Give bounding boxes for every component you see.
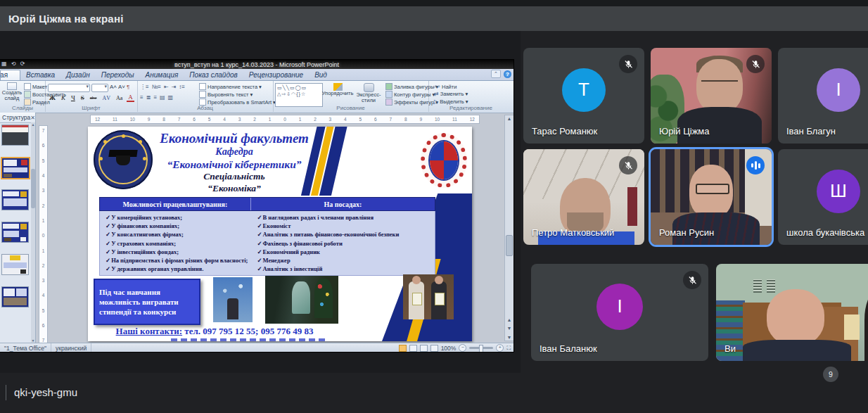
ribbon-tab-2[interactable]: Вставка (20, 70, 60, 80)
font-button-8[interactable]: А (127, 94, 134, 102)
contacts-numbers: тел. 097 795 12 55; 095 776 49 83 (182, 326, 313, 336)
align-text-button[interactable]: Выровнять текст▾ (199, 91, 253, 98)
info-box-line-1: Під час навчання (95, 287, 199, 297)
participant-name: школа букачівська (786, 227, 864, 238)
ribbon-tab-3[interactable]: Дизайн (60, 70, 96, 80)
ribbon-tab-row: ГлавнаяВставкаДизайнПереходыАнимацияПока… (0, 69, 513, 81)
font-button-6[interactable]: АV (101, 95, 112, 101)
video-feed (716, 264, 868, 361)
participant-tile[interactable]: Ви (716, 264, 868, 361)
avatar: Ш (817, 170, 860, 213)
replace-button[interactable]: ⇄Заменить▾ (434, 91, 468, 97)
slide-thumbnail-6[interactable] (1, 286, 29, 307)
slide-scroll-thumb[interactable] (506, 235, 513, 256)
slide-thumbnail-3[interactable] (1, 189, 29, 210)
quick-styles-button[interactable]: Экспресс-стили (353, 83, 384, 104)
slide-scrollbar[interactable]: ▲ ▲ ▼ ▼ (504, 115, 513, 341)
ribbon-tab-1[interactable]: Главная (0, 70, 20, 80)
pane-scrollbar[interactable]: ▲ ▼ (31, 122, 35, 343)
zoom-in-icon[interactable]: + (496, 344, 504, 352)
mic-off-icon (746, 55, 765, 73)
zoom-slider[interactable] (469, 347, 493, 349)
ribbon-tab-8[interactable]: Вид (309, 70, 333, 80)
participant-name: Роман Русин (659, 227, 714, 238)
text-direction-button[interactable]: Направление текста▾ (199, 83, 262, 90)
participant-tile[interactable]: Роман Русин (651, 149, 772, 245)
ribbon-tab-4[interactable]: Переходы (96, 70, 140, 80)
ribbon-tab-5[interactable]: Анимация (140, 70, 184, 80)
participant-tile[interactable]: IІван Баланюк (531, 264, 708, 361)
participant-tile[interactable]: Юрій Ціжма (651, 48, 772, 144)
slide-thumbnail-2[interactable] (1, 157, 30, 179)
select-button[interactable]: ▷Выделить▾ (434, 99, 468, 105)
pane-scroll-thumb[interactable] (31, 169, 35, 208)
shapes-gallery[interactable]: ▭╲╲▭◯▭△⇨⇩◠{}☆ (275, 83, 323, 107)
slide-thumbnail-1[interactable] (1, 125, 29, 146)
slideshow-icon[interactable] (430, 345, 438, 352)
help-icon[interactable]: ? (504, 70, 511, 78)
collapse-ribbon-icon[interactable]: ⌃ (491, 70, 501, 78)
info-box-line-3: стипендії та конкурси (95, 307, 199, 317)
font-button-4[interactable]: S (79, 94, 86, 101)
slide-sorter-icon[interactable] (409, 345, 417, 352)
slide-thumbnail-5[interactable] (1, 254, 29, 275)
photo-award (265, 276, 338, 324)
horizontal-ruler: 1211109876543210123456789101112 (90, 115, 480, 124)
font-button-1[interactable]: Ж (48, 94, 57, 101)
arrange-button[interactable]: Упорядочить (322, 83, 353, 96)
info-box-line-2: можливість вигравати (95, 297, 199, 307)
font-family-combo[interactable] (48, 84, 90, 92)
code-separator (6, 385, 6, 400)
zoom-level: 100% (441, 345, 457, 352)
scholarship-info-box: Під час навчанняможливість виграватистип… (94, 279, 200, 325)
reading-view-icon[interactable] (420, 345, 428, 352)
position-item-3: ✓Аналітик з питань фінансово-економічної… (257, 230, 432, 239)
ribbon-tab-7[interactable]: Рецензирование (243, 70, 309, 80)
slide-thumbnail-4[interactable] (1, 222, 29, 243)
fit-to-window-icon[interactable]: ⛶ (506, 345, 511, 352)
ribbon-group-editing: ⌕⌕Найти ⇄Заменить▾ ▷Выделить▾ Редактиров… (428, 81, 513, 112)
font-button-5[interactable]: abc (89, 95, 98, 101)
alignment-buttons[interactable]: ≡≣≡▤▥ (140, 94, 173, 101)
speciality-line2: “Економіка” (155, 183, 313, 195)
font-button-7[interactable]: Аа (115, 95, 124, 101)
ribbon: Создать слайд Макет Восстановить Раздел … (0, 81, 513, 113)
participant-tile[interactable]: IІван Благун (778, 48, 868, 144)
align-text-icon (199, 91, 206, 98)
table-header-right: На посадах: (251, 198, 435, 210)
zoom-out-icon[interactable]: − (459, 344, 466, 352)
ribbon-group-paragraph: ⋮≡№≡⇤⇥↕≡ ≡≣≡▤▥ Направление текста▾ Выров… (137, 81, 274, 112)
employment-item-3: ✓У консалтингових фірмах; (106, 230, 248, 239)
google-meet-window: Юрій Ціжма на екрані ▦ ⟲ ⟳ вступ_вступ н… (0, 0, 868, 413)
ribbon-tab-6[interactable]: Показ слайдов (184, 70, 243, 80)
participant-name: Тарас Романюк (532, 126, 597, 136)
presenting-label: Юрій Ціжма на екрані (8, 13, 124, 25)
font-button-3[interactable]: Ч (70, 94, 77, 101)
font-style-buttons: ЖКЧSabcАVАаА (48, 94, 134, 102)
list-indent-buttons[interactable]: ⋮≡№≡⇤⇥↕≡ (140, 84, 185, 90)
new-slide-button[interactable]: Создать слайд (1, 82, 23, 102)
close-pane-icon[interactable]: ✕ (30, 115, 35, 121)
shape-outline-button[interactable]: Контур фигуры▾ (385, 91, 435, 98)
find-button[interactable]: ⌕⌕Найти (434, 83, 457, 90)
font-size-combo[interactable] (91, 84, 108, 92)
table-header-left: Можливості працевлаштування: (100, 198, 251, 210)
employment-table: Можливості працевлаштування: На посадах:… (99, 197, 435, 276)
vertical-ruler: 765432101234567 (39, 125, 48, 347)
powerpoint-window: ▦ ⟲ ⟳ вступ_вступ на 1 курс_14.03.2023 -… (0, 60, 513, 352)
powerpoint-status-bar: "1_Тема Office" украинский 100% − + ⛶ (0, 343, 513, 352)
participant-tile[interactable]: Шшкола букачівська (778, 149, 868, 245)
grow-shrink-font-buttons[interactable]: A˄A˅¶ (110, 84, 129, 90)
layout-button[interactable]: Макет (24, 83, 47, 90)
participant-name: Ви (725, 343, 736, 354)
normal-view-icon[interactable] (399, 345, 407, 352)
participant-tile[interactable]: TТарас Романюк (523, 48, 644, 144)
meet-bottom-bar: qki-yesh-gmu (0, 373, 868, 413)
participant-tile[interactable]: Петро Матковський (523, 149, 644, 245)
outline-tab[interactable]: Структура (2, 114, 30, 121)
font-button-2[interactable]: К (60, 94, 67, 101)
quick-access-toolbar[interactable]: ▦ ⟲ ⟳ (1, 61, 26, 67)
language-indicator[interactable]: украинский (51, 343, 91, 352)
clipped-text-line (171, 338, 326, 341)
photo-student (213, 277, 253, 322)
